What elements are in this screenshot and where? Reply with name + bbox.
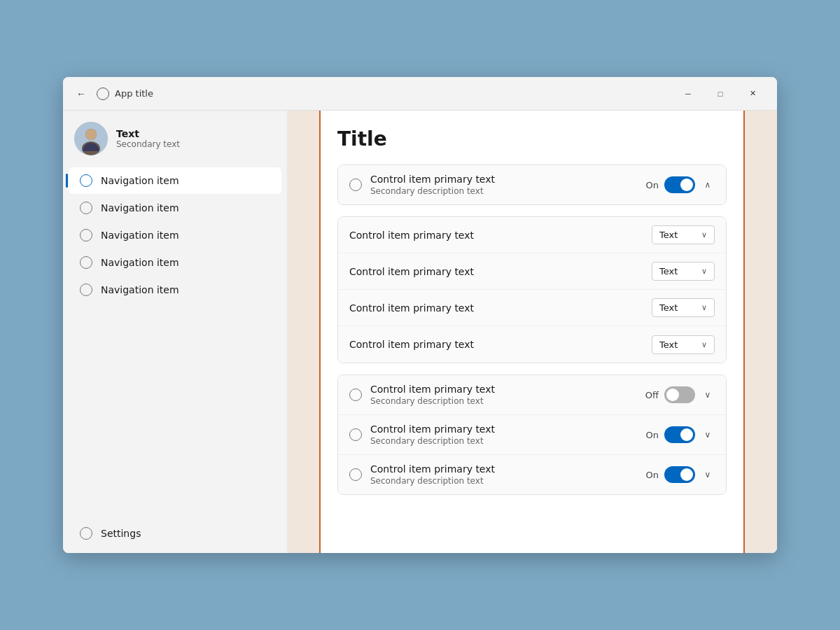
dropdown-text-1-2: Text (659, 302, 697, 313)
nav-radio-4 (80, 284, 92, 296)
control-right-2-0: Off ∨ (645, 386, 715, 403)
control-secondary-2-1: Secondary description text (370, 436, 646, 446)
chevron-2-2[interactable]: ∨ (701, 468, 715, 482)
control-item-1-0: Control item primary text Text ∨ (338, 217, 726, 253)
app-title: App title (115, 88, 153, 99)
profile-name: Text (116, 128, 180, 139)
control-secondary-2-0: Secondary description text (370, 396, 645, 406)
toggle-2-1[interactable] (664, 426, 695, 443)
app-window: ← App title ─ □ ✕ (63, 77, 777, 553)
control-item-2-1: Control item primary text Secondary desc… (338, 415, 726, 455)
nav-label-1: Navigation item (101, 202, 179, 214)
control-text-1-0: Control item primary text (349, 230, 652, 241)
control-item-0-0: Control item primary text Secondary desc… (338, 165, 726, 204)
control-radio-0-0[interactable] (349, 178, 362, 191)
dropdown-1-1[interactable]: Text ∨ (652, 262, 715, 281)
nav-radio-0 (80, 174, 92, 187)
dropdown-text-1-3: Text (659, 340, 697, 350)
control-radio-2-0[interactable] (349, 388, 362, 401)
sidebar: Text Secondary text Navigation item Navi… (63, 111, 287, 553)
left-stripe (287, 111, 321, 553)
control-right-1-3: Text ∨ (652, 335, 715, 354)
dropdown-arrow-1-0: ∨ (701, 230, 707, 239)
toggle-2-2[interactable] (664, 466, 695, 483)
toggle-label-2-2: On (646, 470, 659, 480)
panel-content: Title Control item primary text Secondar… (321, 111, 743, 553)
control-right-2-1: On ∨ (646, 426, 715, 443)
toggle-label-2-0: Off (645, 390, 659, 400)
control-item-2-0: Control item primary text Secondary desc… (338, 375, 726, 415)
control-group-1: Control item primary text Text ∨ Control… (337, 216, 727, 363)
nav-label-0: Navigation item (101, 175, 179, 186)
control-primary-1-0: Control item primary text (349, 230, 652, 241)
close-button[interactable]: ✕ (736, 83, 769, 105)
control-primary-1-2: Control item primary text (349, 302, 652, 314)
dropdown-1-3[interactable]: Text ∨ (652, 335, 715, 354)
control-primary-1-1: Control item primary text (349, 266, 652, 277)
settings-label: Settings (101, 528, 141, 539)
settings-item[interactable]: Settings (69, 520, 281, 547)
nav-label-3: Navigation item (101, 257, 179, 268)
control-primary-2-1: Control item primary text (370, 424, 646, 435)
control-radio-2-2[interactable] (349, 468, 362, 481)
control-primary-2-2: Control item primary text (370, 463, 646, 475)
control-primary-0-0: Control item primary text (370, 174, 646, 185)
dropdown-text-1-0: Text (659, 230, 697, 240)
control-text-1-2: Control item primary text (349, 302, 652, 314)
maximize-button[interactable]: □ (704, 83, 736, 105)
toggle-0-0[interactable] (664, 176, 695, 193)
nav-item-4[interactable]: Navigation item (69, 276, 281, 303)
toggle-thumb-2-0 (666, 388, 679, 401)
dropdown-1-2[interactable]: Text ∨ (652, 298, 715, 317)
back-button[interactable]: ← (71, 84, 91, 104)
chevron-0-0[interactable]: ∧ (701, 178, 715, 192)
chevron-2-1[interactable]: ∨ (701, 428, 715, 442)
page-title: Title (337, 127, 727, 150)
titlebar-left: ← App title (71, 84, 153, 104)
toggle-2-0[interactable] (664, 386, 695, 403)
control-text-1-1: Control item primary text (349, 266, 652, 277)
dropdown-arrow-1-1: ∨ (701, 267, 707, 276)
nav-item-1[interactable]: Navigation item (69, 195, 281, 221)
control-text-0-0: Control item primary text Secondary desc… (370, 174, 646, 196)
control-item-2-2: Control item primary text Secondary desc… (338, 455, 726, 494)
dropdown-text-1-1: Text (659, 266, 697, 276)
control-group-0: Control item primary text Secondary desc… (337, 164, 727, 205)
toggle-thumb-2-2 (680, 468, 693, 481)
control-secondary-2-2: Secondary description text (370, 476, 646, 486)
svg-point-3 (85, 129, 97, 140)
control-text-2-0: Control item primary text Secondary desc… (370, 384, 645, 406)
nav-radio-2 (80, 229, 92, 241)
nav-item-2[interactable]: Navigation item (69, 222, 281, 248)
control-text-1-3: Control item primary text (349, 339, 652, 350)
control-right-1-2: Text ∨ (652, 298, 715, 317)
nav-radio-3 (80, 256, 92, 269)
chevron-2-0[interactable]: ∨ (701, 388, 715, 402)
main-panel: Title Control item primary text Secondar… (287, 111, 777, 553)
nav-label-4: Navigation item (101, 284, 179, 295)
control-primary-1-3: Control item primary text (349, 339, 652, 350)
avatar (74, 122, 108, 155)
toggle-thumb-0-0 (680, 178, 693, 191)
app-icon (97, 88, 109, 100)
control-radio-2-1[interactable] (349, 428, 362, 441)
profile-text: Text Secondary text (116, 128, 180, 149)
control-group-2: Control item primary text Secondary desc… (337, 374, 727, 495)
dropdown-arrow-1-3: ∨ (701, 340, 707, 349)
profile-secondary: Secondary text (116, 139, 180, 149)
control-primary-2-0: Control item primary text (370, 384, 645, 395)
control-secondary-0-0: Secondary description text (370, 186, 646, 196)
control-right-1-0: Text ∨ (652, 225, 715, 244)
control-item-1-3: Control item primary text Text ∨ (338, 326, 726, 363)
control-text-2-2: Control item primary text Secondary desc… (370, 463, 646, 486)
control-right-1-1: Text ∨ (652, 262, 715, 281)
toggle-label-0-0: On (646, 180, 659, 190)
settings-radio (80, 527, 92, 540)
nav-item-0[interactable]: Navigation item (69, 167, 281, 194)
minimize-button[interactable]: ─ (672, 83, 704, 105)
control-right-0-0: On ∧ (646, 176, 715, 193)
dropdown-1-0[interactable]: Text ∨ (652, 225, 715, 244)
nav-item-3[interactable]: Navigation item (69, 249, 281, 276)
toggle-thumb-2-1 (680, 428, 693, 441)
nav-list: Navigation item Navigation item Navigati… (63, 164, 287, 519)
